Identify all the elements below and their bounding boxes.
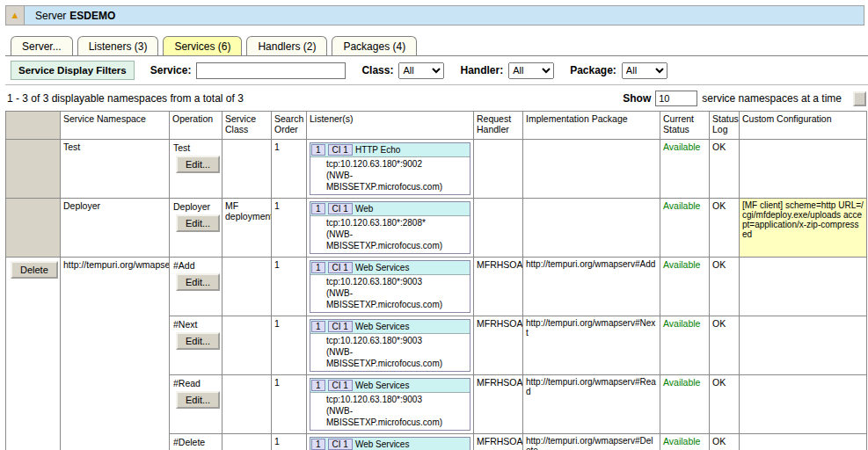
header-current-status: Current Status [660,112,710,140]
custom-config-cell [740,258,867,316]
service-filter-label: Service: [150,64,192,76]
listener-box: 1 CI 1 Web Services tcp:10.120.63.180*:9… [310,260,470,313]
row-actions-cell: Delete [6,258,61,450]
header-service-namespace: Service Namespace [61,112,170,140]
service-filter-input[interactable] [196,62,346,79]
status-log-cell: OK [710,199,740,258]
table-header-row: Service Namespace Operation Service Clas… [6,112,867,140]
service-class-cell [222,140,272,199]
show-controls: Show service namespaces at a time [623,91,866,106]
enterprise-server-admin-page: ▲ Server ESDEMO Server... Listeners (3) … [5,5,868,450]
pagination-summary: 1 - 3 of 3 displayable namespaces from a… [7,92,244,105]
listener-box-header: 1 CI 1 Web Services [310,438,470,450]
listener-host: (NWB-MBISSETXP.microfocus.com) [326,229,468,251]
implementation-cell: http://tempuri.org/wmapserv#Next [523,316,660,375]
operation-cell: #Next Edit... [170,316,222,375]
header-status-log: Status Log [710,112,740,140]
custom-config-cell [740,316,867,375]
listener-name: Web Services [355,439,410,449]
scroll-right-button[interactable] [853,91,866,106]
tab-packages[interactable]: Packages (4) [332,36,417,55]
status-log-cell: OK [710,140,740,199]
class-filter-select[interactable]: All [398,62,444,79]
tab-handlers[interactable]: Handlers (2) [246,36,327,55]
operation-cell: #Add Edit... [170,258,222,316]
edit-button[interactable]: Edit... [176,273,220,291]
search-order-cell: 1 [272,258,307,316]
listener-box: 1 CI 1 HTTP Echo tcp:10.120.63.180*:9002… [310,142,470,195]
header-request-handler: Request Handler [474,112,523,140]
operation-label: #Add [173,260,219,271]
listener-box-header: 1 CI 1 Web Services [310,261,470,275]
show-label: Show [623,92,651,105]
custom-config-cell [740,375,867,434]
listener-box-body: tcp:10.120.63.180*:9003 (NWB-MBISSETXP.m… [310,393,470,430]
tab-server[interactable]: Server... [11,36,73,55]
show-count-input[interactable] [655,91,697,106]
search-order-cell: 1 [272,375,307,434]
edit-button[interactable]: Edit... [176,391,220,409]
listener-box-body: tcp:10.120.63.180*:9003 (NWB-MBISSETXP.m… [310,275,470,312]
custom-config-cell: [MF client] scheme=http URL=/cgi/mfdeplo… [740,199,867,258]
implementation-cell: http://tempuri.org/wmapserv#Delete [523,434,660,450]
request-handler-cell [474,140,523,199]
edit-button[interactable]: Edit... [176,332,220,350]
table-row: Delete http://tempuri.org/wmapserv #Add … [6,258,867,316]
package-filter-select[interactable]: All [622,62,667,79]
delete-button[interactable]: Delete [11,261,58,279]
current-status-cell: Available [660,258,710,316]
header-search-order: Search Order [272,112,307,140]
listener-box-header: 1 CI 1 Web [310,202,470,216]
operation-label: #Read [173,378,219,388]
filter-bar: Service Display Filters Service: Class: … [5,56,868,85]
search-order-cell: 1 [272,434,307,450]
edit-button[interactable]: Edit... [176,214,220,232]
listener-cell: 1 CI 1 Web Services tcp:10.120.63.180*:9… [307,375,474,434]
listener-ci-badge: CI 1 [328,380,353,391]
header-custom-configuration: Custom Configuration [740,112,867,140]
operation-cell: #Delete Edit... [170,434,222,450]
implementation-cell: http://tempuri.org/wmapserv#Add [523,258,660,316]
header-actions [6,112,61,140]
handler-filter-label: Handler: [460,64,503,76]
listener-number-badge: 1 [311,380,325,391]
row-actions-cell [6,199,61,258]
listener-box: 1 CI 1 Web tcp:10.120.63.180*:2808* (NWB… [310,201,470,254]
edit-button[interactable]: Edit... [176,156,220,173]
header-operation: Operation [170,112,222,140]
operation-label: Test [173,142,219,153]
collapse-button[interactable]: ▲ [6,6,25,25]
search-order-cell: 1 [272,140,307,199]
listener-host: (NWB-MBISSETXP.microfocus.com) [326,287,468,310]
listener-address: tcp:10.120.63.180*:2808* [326,217,468,229]
listener-box-header: 1 CI 1 Web Services [310,320,470,334]
listener-ci-badge: CI 1 [328,203,353,214]
table-row: Deployer Deployer Edit... MF deployment … [6,199,867,258]
server-label: Server [35,10,66,22]
request-handler-cell: MFRHSOAP [474,316,523,375]
service-class-cell [222,434,272,450]
tab-listeners[interactable]: Listeners (3) [77,36,159,55]
service-display-filters-label: Service Display Filters [11,61,135,80]
pagination-row: 1 - 3 of 3 displayable namespaces from a… [5,85,868,110]
search-order-cell: 1 [272,316,307,375]
service-class-cell [222,258,272,316]
implementation-cell [523,199,660,258]
listener-address: tcp:10.120.63.180*:9003 [326,394,468,405]
tab-services[interactable]: Services (6) [163,36,242,55]
custom-config-cell [740,434,867,450]
request-handler-cell: MFRHSOAP [474,375,523,434]
operation-cell: Test Edit... [170,140,222,199]
namespace-cell: http://tempuri.org/wmapserv [61,258,170,450]
listener-address: tcp:10.120.63.180*:9002 [326,158,468,170]
listener-name: Web [355,204,373,214]
listener-number-badge: 1 [311,262,325,273]
listener-name: Web Services [355,322,410,331]
listener-name: Web Services [355,381,410,390]
listener-box-header: 1 CI 1 HTTP Echo [310,143,470,157]
row-actions-cell [6,140,61,199]
handler-filter-select[interactable]: All [508,62,554,79]
custom-config-cell [740,140,867,199]
server-name: ESDEMO [69,10,115,22]
listener-address: tcp:10.120.63.180*:9003 [326,335,468,346]
